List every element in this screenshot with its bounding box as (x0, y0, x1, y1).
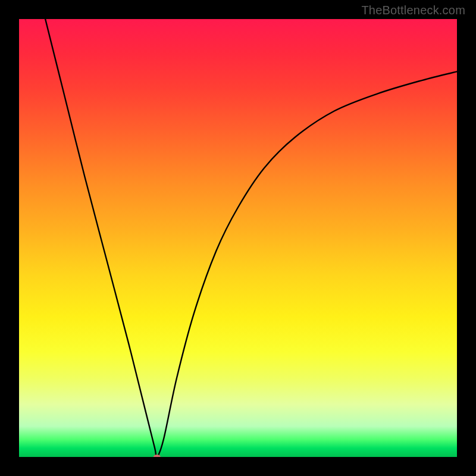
bottleneck-curve-path (45, 19, 457, 457)
chart-frame: TheBottleneck.com (0, 0, 476, 476)
minimum-marker (154, 455, 161, 457)
plot-area (19, 19, 457, 457)
bottleneck-curve-svg (19, 19, 457, 457)
watermark-text: TheBottleneck.com (361, 4, 465, 17)
